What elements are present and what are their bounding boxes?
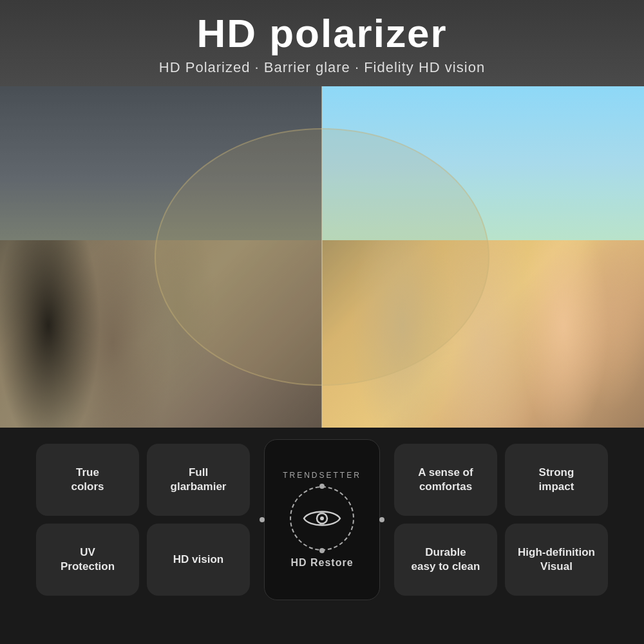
header-subtitle: HD Polarized · Barrier glare · Fidelity … bbox=[6, 59, 638, 76]
badge-uv-protection: UVProtection bbox=[36, 524, 139, 596]
brand-name: TRENDSETTER bbox=[283, 471, 361, 480]
page-title: HD polarizer bbox=[6, 12, 638, 55]
dot-right bbox=[379, 517, 384, 522]
features-col-2: Fullglarbamier HD vision bbox=[147, 444, 250, 596]
features-col-4: Strongimpact High-definitionVisual bbox=[505, 444, 608, 596]
features-section: Truecolors UVProtection Fullglarbamier H… bbox=[0, 428, 644, 611]
logo-circle: TRENDSETTER HD Restore bbox=[264, 439, 380, 600]
badge-sense-of-comfort: A sense ofcomfortas bbox=[394, 444, 497, 516]
restore-label: HD Restore bbox=[290, 557, 353, 569]
photo-section bbox=[0, 86, 644, 428]
dot-left bbox=[260, 517, 265, 522]
badge-strong-impact: Strongimpact bbox=[505, 444, 608, 516]
eye-ring bbox=[290, 486, 354, 551]
badge-durable: Durableeasy to clean bbox=[394, 524, 497, 596]
eye-icon bbox=[303, 507, 341, 530]
features-col-3: A sense ofcomfortas Durableeasy to clean bbox=[394, 444, 497, 596]
center-divider bbox=[321, 86, 323, 428]
center-logo-col: TRENDSETTER HD Restore bbox=[258, 439, 386, 600]
badge-full-glarbamier: Fullglarbamier bbox=[147, 444, 250, 516]
header-section: HD polarizer HD Polarized · Barrier glar… bbox=[0, 0, 644, 86]
badge-true-colors: Truecolors bbox=[36, 444, 139, 516]
badge-high-definition: High-definitionVisual bbox=[505, 524, 608, 596]
svg-point-1 bbox=[320, 516, 324, 520]
features-col-1: Truecolors UVProtection bbox=[36, 444, 139, 596]
badge-hd-vision: HD vision bbox=[147, 524, 250, 596]
